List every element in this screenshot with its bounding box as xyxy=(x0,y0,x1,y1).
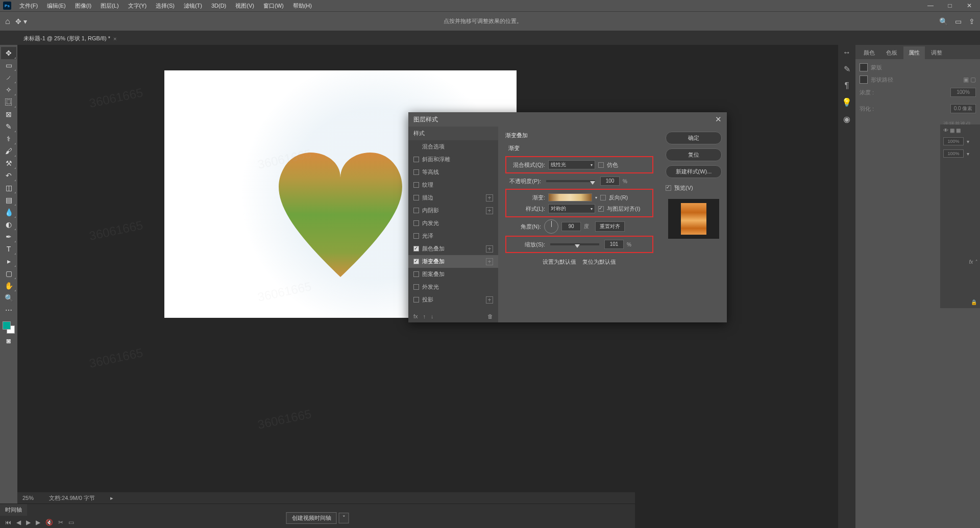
tab-properties[interactable]: 属性 xyxy=(903,46,925,59)
learn-icon[interactable]: 💡 xyxy=(842,97,852,107)
dodge-tool[interactable]: ◐ xyxy=(1,218,16,231)
home-icon[interactable]: ⌂ xyxy=(5,17,10,26)
lasso-tool[interactable]: ⟋ xyxy=(1,71,16,84)
opacity-input[interactable]: 100 xyxy=(600,177,620,186)
style-bevel[interactable]: 斜面和浮雕 xyxy=(408,153,498,166)
style-outer-glow[interactable]: 外发光 xyxy=(408,281,498,293)
add-gradient-overlay-icon[interactable]: + xyxy=(486,258,493,265)
create-timeline-dropdown[interactable]: ˅ xyxy=(339,513,349,523)
edit-toolbar[interactable]: ⋯ xyxy=(1,304,16,316)
eraser-tool[interactable]: ◫ xyxy=(1,182,16,194)
timeline-tab[interactable]: 时间轴 xyxy=(0,504,27,516)
document-tab[interactable]: 未标题-1 @ 25% (形状 1, RGB/8) * × xyxy=(17,32,123,45)
style-inner-shadow[interactable]: 内阴影+ xyxy=(408,204,498,217)
add-drop-shadow-icon[interactable]: + xyxy=(486,296,493,304)
style-dropdown[interactable]: 对称的▾ xyxy=(548,204,595,213)
crop-tool[interactable]: ⿴ xyxy=(1,96,16,108)
brush-tool[interactable]: 🖌 xyxy=(1,145,16,157)
feather-value[interactable]: 0.0 像素 xyxy=(950,104,976,113)
tl-play-icon[interactable]: ▶ xyxy=(26,519,31,526)
tl-first-icon[interactable]: ⏮ xyxy=(5,519,11,526)
angle-input[interactable]: 90 xyxy=(561,222,581,231)
scale-slider[interactable] xyxy=(550,243,599,245)
menu-filter[interactable]: 滤镜(T) xyxy=(180,1,206,11)
menu-layer[interactable]: 图层(L) xyxy=(96,1,122,11)
gradient-tool[interactable]: ▤ xyxy=(1,194,16,206)
menu-image[interactable]: 图像(I) xyxy=(71,1,95,11)
dither-check[interactable] xyxy=(598,162,604,168)
ok-button[interactable]: 确定 xyxy=(666,132,722,144)
hand-tool[interactable]: ✋ xyxy=(1,280,16,292)
quick-mask[interactable]: ◙ xyxy=(1,335,16,347)
blur-tool[interactable]: 💧 xyxy=(1,206,16,218)
frame-tool[interactable]: ⊠ xyxy=(1,108,16,120)
gradient-picker[interactable] xyxy=(548,193,592,202)
move-icon[interactable]: ✥ ▾ xyxy=(15,17,27,26)
style-contour[interactable]: 等高线 xyxy=(408,166,498,179)
opacity-slider[interactable] xyxy=(546,180,595,182)
eyedropper-tool[interactable]: ✎ xyxy=(1,120,16,133)
shape-tool[interactable]: ▢ xyxy=(1,267,16,280)
tl-next-icon[interactable]: ▶ xyxy=(36,519,40,526)
layer-opacity-val[interactable]: 100% xyxy=(943,137,964,145)
search-icon[interactable]: 🔍 xyxy=(939,17,948,26)
style-satin[interactable]: 光泽 xyxy=(408,230,498,242)
layer-fill-val[interactable]: 100% xyxy=(943,149,964,158)
type-tool[interactable]: T xyxy=(1,243,16,255)
move-tool[interactable]: ✥ xyxy=(1,47,16,59)
healing-tool[interactable]: ⚕ xyxy=(1,133,16,145)
add-inner-shadow-icon[interactable]: + xyxy=(486,207,493,214)
reset-default-button[interactable]: 复位为默认值 xyxy=(582,258,616,266)
fx-icon[interactable]: fx xyxy=(413,313,418,319)
arrow-up-icon[interactable]: ↑ xyxy=(423,313,426,319)
tl-prev-icon[interactable]: ◀ xyxy=(16,519,21,526)
add-stroke-icon[interactable]: + xyxy=(486,194,493,202)
mask-mode-icons[interactable]: ▣ ▢ xyxy=(963,76,976,83)
tl-split-icon[interactable]: ✂ xyxy=(58,519,63,526)
preview-toggle[interactable]: 预览(V) xyxy=(666,184,722,192)
path-select-tool[interactable]: ▸ xyxy=(1,255,16,267)
history-icon[interactable]: ↔ xyxy=(843,48,851,57)
style-pattern-overlay[interactable]: 图案叠加 xyxy=(408,268,498,281)
menu-edit[interactable]: 编辑(E) xyxy=(43,1,70,11)
reset-align-button[interactable]: 重置对齐 xyxy=(595,221,625,232)
style-texture[interactable]: 纹理 xyxy=(408,179,498,191)
history-brush-tool[interactable]: ↶ xyxy=(1,169,16,182)
stamp-tool[interactable]: ⚒ xyxy=(1,157,16,169)
marquee-tool[interactable]: ▭ xyxy=(1,59,16,71)
tab-swatches[interactable]: 色板 xyxy=(881,46,902,59)
tl-audio-icon[interactable]: 🔇 xyxy=(45,519,53,526)
style-color-overlay[interactable]: 颜色叠加+ xyxy=(408,242,498,255)
magic-wand-tool[interactable]: ✧ xyxy=(1,84,16,96)
close-icon[interactable]: ✕ xyxy=(962,2,977,9)
set-default-button[interactable]: 设置为默认值 xyxy=(543,258,576,266)
brush-panel-icon[interactable]: ✎ xyxy=(844,64,850,74)
foreground-color[interactable] xyxy=(3,321,11,330)
style-drop-shadow[interactable]: 投影+ xyxy=(408,293,498,306)
new-style-button[interactable]: 新建样式(W)... xyxy=(666,165,722,178)
mask-pixel-icon[interactable] xyxy=(860,63,868,71)
shape-path-icon[interactable] xyxy=(860,76,868,84)
tl-transition-icon[interactable]: ▭ xyxy=(68,519,74,526)
density-value[interactable]: 100% xyxy=(950,88,976,97)
tab-color[interactable]: 颜色 xyxy=(859,46,880,59)
menu-3d[interactable]: 3D(D) xyxy=(207,2,230,10)
zoom-value[interactable]: 25% xyxy=(22,495,34,501)
arrow-down-icon[interactable]: ↓ xyxy=(431,313,434,319)
menu-view[interactable]: 视图(V) xyxy=(231,1,258,11)
create-timeline-button[interactable]: 创建视频时间轴 xyxy=(286,512,337,524)
libraries-icon[interactable]: ◉ xyxy=(843,114,850,124)
angle-dial[interactable] xyxy=(544,219,558,234)
dialog-titlebar[interactable]: 图层样式 ✕ xyxy=(408,112,727,127)
layer-fx-indicator[interactable]: fx ˄ xyxy=(943,259,977,265)
preview-check[interactable] xyxy=(666,185,671,191)
trash-icon[interactable]: 🗑 xyxy=(487,313,493,319)
maximize-icon[interactable]: □ xyxy=(942,2,958,9)
menu-window[interactable]: 窗口(W) xyxy=(259,1,288,11)
status-arrow-icon[interactable]: ▸ xyxy=(110,495,113,501)
tab-adjustments[interactable]: 调整 xyxy=(926,46,947,59)
reverse-check[interactable] xyxy=(600,195,606,200)
minimize-icon[interactable]: — xyxy=(923,2,938,9)
scale-input[interactable]: 101 xyxy=(604,240,624,249)
menu-select[interactable]: 选择(S) xyxy=(152,1,179,11)
